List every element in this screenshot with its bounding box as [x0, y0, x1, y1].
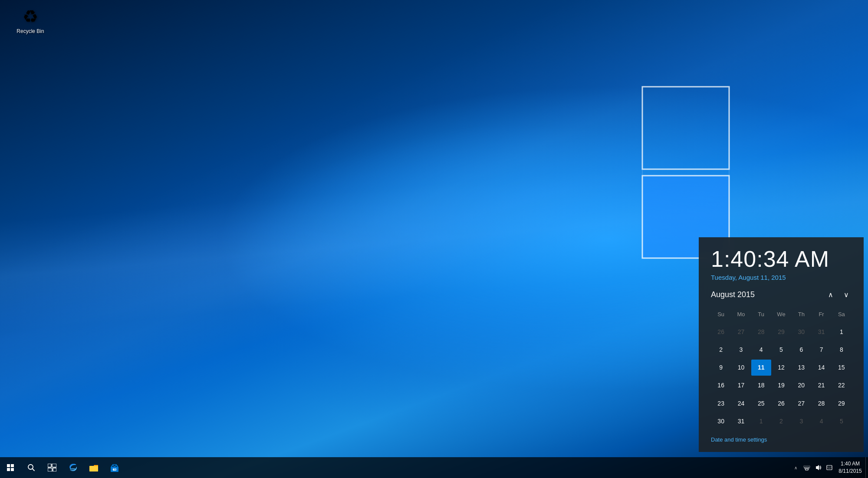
- cal-day-6[interactable]: 6: [791, 342, 811, 358]
- cal-day-25[interactable]: 25: [751, 396, 771, 412]
- cal-day-31-prev[interactable]: 31: [811, 324, 831, 340]
- file-explorer-app-icon[interactable]: [83, 457, 104, 478]
- cal-day-26[interactable]: 26: [771, 396, 791, 412]
- cal-day-19[interactable]: 19: [771, 377, 791, 393]
- cal-day-2[interactable]: 2: [711, 342, 731, 358]
- cal-day-9[interactable]: 9: [711, 360, 731, 376]
- svg-rect-9: [53, 468, 56, 471]
- cal-day-28-prev[interactable]: 28: [751, 324, 771, 340]
- cal-day-10[interactable]: 10: [731, 360, 751, 376]
- search-icon: [27, 464, 35, 471]
- calendar-grid: Su Mo Tu We Th Fr Sa 26 27 28 29 30 31 1…: [711, 307, 852, 429]
- cal-day-11-today[interactable]: 11: [751, 360, 771, 376]
- cal-day-3[interactable]: 3: [731, 342, 751, 358]
- recycle-bin-icon[interactable]: ♻ Recycle Bin: [13, 7, 48, 34]
- cal-day-15[interactable]: 15: [832, 360, 852, 376]
- windows-start-icon: [7, 464, 14, 471]
- cal-day-21[interactable]: 21: [811, 377, 831, 393]
- cal-day-13[interactable]: 13: [791, 360, 811, 376]
- cal-day-24[interactable]: 24: [731, 396, 751, 412]
- notification-tray-icon[interactable]: [824, 457, 835, 478]
- start-icon-square-1: [7, 464, 10, 467]
- cal-day-5[interactable]: 5: [771, 342, 791, 358]
- taskbar-clock[interactable]: 1:40 AM 8/11/2015: [835, 457, 865, 478]
- network-tray-icon[interactable]: [801, 457, 812, 478]
- calendar-week-3: 9 10 11 12 13 14 15: [711, 360, 852, 376]
- edge-app-icon[interactable]: [62, 457, 83, 478]
- recycle-bin-image: ♻: [23, 7, 38, 26]
- taskbar-date: 8/11/2015: [838, 468, 861, 475]
- start-icon-square-3: [7, 468, 10, 471]
- svg-rect-13: [89, 466, 98, 471]
- svg-rect-8: [48, 468, 52, 471]
- cal-day-23[interactable]: 23: [711, 396, 731, 412]
- start-icon-square-2: [11, 464, 14, 467]
- cal-day-4-next[interactable]: 4: [811, 413, 831, 429]
- volume-icon: [815, 464, 822, 471]
- task-view-button[interactable]: [42, 457, 62, 478]
- svg-rect-21: [804, 466, 810, 468]
- cal-day-30-prev[interactable]: 30: [791, 324, 811, 340]
- calendar-prev-button[interactable]: ∧: [825, 290, 836, 300]
- calendar-week-6: 30 31 1 2 3 4 5: [711, 413, 852, 429]
- taskbar-tray: ∧: [790, 457, 868, 478]
- cal-day-27[interactable]: 27: [791, 396, 811, 412]
- task-view-icon: [48, 464, 56, 471]
- cal-day-31[interactable]: 31: [731, 413, 751, 429]
- cal-day-17[interactable]: 17: [731, 377, 751, 393]
- day-header-mo: Mo: [731, 307, 751, 322]
- cal-day-7[interactable]: 7: [811, 342, 831, 358]
- day-header-sa: Sa: [832, 307, 852, 322]
- svg-text:🛍: 🛍: [114, 468, 116, 471]
- cal-day-2-next[interactable]: 2: [771, 413, 791, 429]
- store-icon: 🛍: [110, 463, 119, 472]
- start-button[interactable]: [0, 457, 21, 478]
- cal-day-3-next[interactable]: 3: [791, 413, 811, 429]
- cal-day-30[interactable]: 30: [711, 413, 731, 429]
- svg-rect-7: [52, 464, 56, 467]
- svg-rect-6: [48, 464, 51, 467]
- edge-icon: [68, 463, 78, 472]
- cal-day-12[interactable]: 12: [771, 360, 791, 376]
- volume-tray-icon[interactable]: [812, 457, 824, 478]
- desktop: ♻ Recycle Bin 1:40:34 AM Tuesday, August…: [0, 0, 868, 478]
- cal-day-1-next[interactable]: 1: [751, 413, 771, 429]
- cal-day-29[interactable]: 29: [832, 396, 852, 412]
- cal-day-4[interactable]: 4: [751, 342, 771, 358]
- cal-day-18[interactable]: 18: [751, 377, 771, 393]
- network-icon: [803, 464, 810, 471]
- calendar-nav[interactable]: ∧ ∨: [825, 290, 852, 300]
- search-button[interactable]: [21, 457, 42, 478]
- svg-rect-0: [642, 87, 729, 169]
- cal-day-1[interactable]: 1: [832, 324, 852, 340]
- calendar-next-button[interactable]: ∨: [841, 290, 852, 300]
- cal-day-22[interactable]: 22: [832, 377, 852, 393]
- store-app-icon[interactable]: 🛍: [104, 457, 125, 478]
- cal-day-8[interactable]: 8: [832, 342, 852, 358]
- recycle-bin-label: Recycle Bin: [16, 28, 44, 34]
- cal-day-20[interactable]: 20: [791, 377, 811, 393]
- day-header-su: Su: [711, 307, 731, 322]
- day-header-tu: Tu: [751, 307, 771, 322]
- cal-day-29-prev[interactable]: 29: [771, 324, 791, 340]
- cal-day-5-next[interactable]: 5: [832, 413, 852, 429]
- cal-day-28[interactable]: 28: [811, 396, 831, 412]
- chevron-up-icon: ∧: [794, 465, 797, 470]
- start-icon-square-4: [11, 468, 14, 471]
- calendar-week-2: 2 3 4 5 6 7 8: [711, 342, 852, 358]
- day-header-we: We: [771, 307, 791, 322]
- cal-day-14[interactable]: 14: [811, 360, 831, 376]
- cal-day-16[interactable]: 16: [711, 377, 731, 393]
- calendar-month-year: August 2015: [711, 290, 755, 299]
- datetime-settings-link[interactable]: Date and time settings: [711, 436, 767, 443]
- cal-day-26-prev[interactable]: 26: [711, 324, 731, 340]
- show-hidden-icons-button[interactable]: ∧: [790, 457, 801, 478]
- svg-rect-23: [827, 465, 832, 470]
- day-header-th: Th: [791, 307, 811, 322]
- calendar-week-4: 16 17 18 19 20 21 22: [711, 377, 852, 393]
- show-desktop-button[interactable]: [865, 457, 868, 478]
- cal-day-27-prev[interactable]: 27: [731, 324, 751, 340]
- calendar-week-5: 23 24 25 26 27 28 29: [711, 396, 852, 412]
- calendar-week-1: 26 27 28 29 30 31 1: [711, 324, 852, 340]
- notification-icon: [826, 464, 833, 471]
